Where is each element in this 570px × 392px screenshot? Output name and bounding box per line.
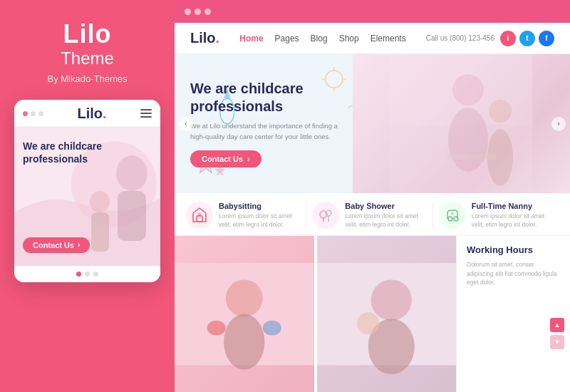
right-panel: Lilo. Home Pages Blog Shop Elements Call… — [175, 0, 570, 392]
mobile-top-bar: Lilo. — [14, 100, 160, 127]
svg-rect-3 — [91, 212, 109, 252]
svg-point-22 — [198, 213, 202, 217]
svg-point-18 — [489, 100, 512, 123]
svg-point-17 — [448, 108, 488, 172]
browser-chrome — [175, 0, 570, 23]
working-hours-text: Dolorum sit amet, conser adipiscing elit… — [467, 260, 560, 287]
hero-body: We at Lilo understand the importance of … — [190, 121, 340, 142]
hero-section: We are childcare professionals We at Lil… — [175, 54, 570, 193]
mobile-hero: We are childcare professionals Contact U… — [14, 127, 160, 266]
nav-right: Call us (800) 123-456 i t f — [426, 31, 554, 46]
nav-links: Home Pages Blog Shop Elements — [239, 33, 405, 43]
nanny-icon — [439, 202, 466, 229]
scroll-down-button[interactable]: ▼ — [550, 335, 564, 349]
service-baby-shower: Baby Shower Lorem ipsum dolor sit amet v… — [306, 202, 432, 229]
nav-link-shop[interactable]: Shop — [339, 33, 359, 43]
working-hours-panel: Working Hours Dolorum sit amet, conser a… — [456, 236, 570, 392]
scroll-buttons: ▲ ▼ — [550, 318, 564, 349]
svg-point-2 — [90, 191, 110, 212]
svg-point-16 — [452, 74, 484, 105]
nanny-text: Full-Time Nanny Lorem ipsum dolor sit am… — [472, 202, 553, 229]
site-navigation: Lilo. Home Pages Blog Shop Elements Call… — [175, 23, 570, 54]
brand-title: Lilo — [63, 21, 112, 47]
mobile-carousel-dots — [14, 266, 160, 282]
mobile-cta-button[interactable]: Contact Us › — [23, 237, 90, 253]
services-row: Babysitting Lorem ipsum dolor sit amet v… — [175, 193, 570, 236]
babysitting-text: Babysitting Lorem ipsum dolor sit amet v… — [219, 202, 300, 229]
babyshower-icon-wrap — [312, 202, 339, 229]
twitter-icon[interactable]: t — [519, 31, 535, 46]
svg-rect-20 — [447, 154, 497, 160]
svg-point-29 — [451, 212, 454, 215]
nanny-icon-wrap — [439, 202, 466, 229]
babyshower-text: Baby Shower Lorem ipsum dolor sit amet v… — [345, 202, 426, 229]
site-logo: Lilo. — [190, 30, 219, 46]
svg-point-38 — [357, 312, 379, 334]
by-label: By Mikado-Themes — [48, 73, 128, 84]
babysitting-icon — [186, 202, 213, 229]
service-babysitting: Babysitting Lorem ipsum dolor sit amet v… — [186, 202, 306, 229]
brand-subtitle: Theme — [61, 48, 114, 69]
photo-block-1 — [175, 236, 314, 392]
babysitting-icon-wrap — [186, 202, 213, 229]
photo-block-2 — [317, 236, 457, 392]
working-hours-title: Working Hours — [467, 244, 560, 255]
hero-heading: We are childcare professionals — [190, 80, 381, 115]
nav-link-blog[interactable]: Blog — [311, 33, 328, 43]
scroll-up-button[interactable]: ▲ — [550, 318, 564, 332]
hero-photo — [353, 54, 570, 193]
svg-point-34 — [263, 321, 281, 336]
nav-link-pages[interactable]: Pages — [275, 33, 299, 43]
hero-next-arrow[interactable]: › — [551, 117, 566, 131]
svg-point-27 — [448, 217, 452, 221]
svg-point-33 — [207, 321, 226, 336]
phone-label: Call us (800) 123-456 — [426, 34, 494, 42]
browser-content: Lilo. Home Pages Blog Shop Elements Call… — [175, 23, 570, 392]
facebook-icon[interactable]: f — [539, 31, 554, 46]
mobile-menu-icon[interactable] — [140, 109, 152, 118]
mobile-logo: Lilo. — [77, 105, 106, 122]
mobile-hero-text: We are childcare professionals — [23, 140, 152, 165]
service-fulltime-nanny: Full-Time Nanny Lorem ipsum dolor sit am… — [433, 202, 559, 229]
hero-cta-button[interactable]: Contact Us › — [190, 150, 261, 167]
svg-rect-21 — [197, 216, 202, 222]
mobile-mockup: Lilo. We are childcare professionals Con… — [14, 100, 160, 282]
social-icons: i t f — [500, 31, 554, 46]
browser-window-dots — [185, 9, 211, 15]
nav-link-home[interactable]: Home — [239, 33, 263, 43]
svg-point-32 — [224, 314, 264, 369]
svg-point-36 — [370, 279, 411, 320]
bottom-section: Working Hours Dolorum sit amet, conser a… — [175, 236, 570, 392]
mobile-window-dots — [23, 111, 43, 116]
instagram-icon[interactable]: i — [500, 31, 516, 46]
svg-rect-1 — [118, 191, 146, 241]
bottom-photos — [175, 236, 456, 392]
nav-link-elements[interactable]: Elements — [370, 33, 406, 43]
hero-prev-arrow[interactable]: ‹ — [179, 117, 193, 131]
svg-point-31 — [226, 279, 263, 316]
babyshower-icon — [312, 202, 339, 229]
hero-text-block: We are childcare professionals We at Lil… — [175, 80, 381, 167]
left-panel: Lilo Theme By Mikado-Themes Lilo. — [0, 0, 175, 392]
